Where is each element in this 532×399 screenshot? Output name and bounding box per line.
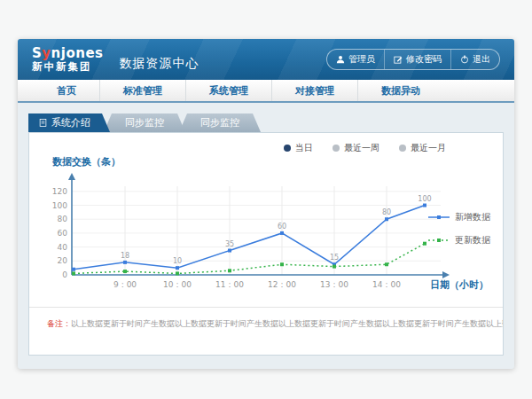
svg-text:12：00: 12：00 xyxy=(268,280,296,289)
svg-text:80: 80 xyxy=(382,208,391,216)
edit-icon xyxy=(394,55,403,64)
user-toolbar: 管理员修改密码退出 xyxy=(326,49,500,70)
svg-text:20: 20 xyxy=(58,256,68,265)
footnote-text: 以上数据更新于时间产生数据以上数据更新于时间产生数据以上数据更新于时间产生数据以… xyxy=(71,319,503,328)
chart-legend: 新增数据更新数据 xyxy=(428,211,490,246)
svg-text:60: 60 xyxy=(58,229,68,238)
svg-text:120: 120 xyxy=(52,187,67,196)
tab-label: 同步监控 xyxy=(125,113,164,132)
gridlines xyxy=(72,186,441,275)
radio-label: 当日 xyxy=(295,142,313,154)
legend-item-1[interactable]: 更新数据 xyxy=(428,234,490,246)
user-icon xyxy=(336,55,345,64)
header-action-label: 修改密码 xyxy=(406,53,442,66)
power-icon xyxy=(460,55,469,64)
svg-text:18: 18 xyxy=(121,252,129,260)
header-action-label: 退出 xyxy=(473,53,490,66)
nav-item-2[interactable]: 系统管理 xyxy=(185,80,271,101)
logo-accent: y xyxy=(42,45,51,61)
footnote: 备注：以上数据更新于时间产生数据以上数据更新于时间产生数据以上数据更新于时间产生… xyxy=(29,307,503,330)
radio-dot xyxy=(332,145,340,152)
svg-text:9：00: 9：00 xyxy=(113,280,137,289)
svg-text:15: 15 xyxy=(330,254,339,262)
svg-text:0: 0 xyxy=(62,270,67,279)
company-logo: Synjones 新中新集团 xyxy=(32,46,104,73)
logo-company-name: 新中新集团 xyxy=(32,61,104,73)
radio-dot xyxy=(399,145,406,152)
tab-label: 系统介绍 xyxy=(51,113,90,132)
radio-time-filter-2[interactable]: 最近一月 xyxy=(399,142,446,154)
main-nav: 首页标准管理系统管理对接管理数据异动 xyxy=(18,80,514,103)
nav-item-4[interactable]: 数据异动 xyxy=(357,80,443,101)
logo-brand-text: Synjones xyxy=(32,46,104,61)
radio-dot xyxy=(284,145,291,152)
svg-text:80: 80 xyxy=(58,215,68,223)
nav-item-1[interactable]: 标准管理 xyxy=(99,80,185,101)
x-axis-tick-labels: 9：0010：0011：0012：0013：0014：00 xyxy=(113,280,401,289)
y-axis-tick-labels: 020406080100120 xyxy=(52,187,67,279)
app-header: Synjones 新中新集团 数据资源中心 管理员修改密码退出 xyxy=(18,39,514,80)
legend-label: 更新数据 xyxy=(455,234,490,246)
radio-label: 最近一月 xyxy=(411,142,446,154)
svg-text:10：00: 10：00 xyxy=(163,280,192,289)
radio-time-filter-0[interactable]: 当日 xyxy=(284,142,313,154)
document-icon xyxy=(39,118,47,128)
footnote-label: 备注： xyxy=(47,319,71,328)
line-chart: 0204060801001209：0010：0011：0012：0013：001… xyxy=(49,170,466,312)
time-filter-group: 当日最近一周最近一月 xyxy=(284,142,446,154)
legend-line-sample xyxy=(428,237,450,244)
tab-bar: 系统介绍同步监控同步监控 xyxy=(28,113,505,132)
tab-label: 同步监控 xyxy=(200,113,239,132)
y-axis-title: 数据交换（条） xyxy=(52,155,121,168)
header-action-user[interactable]: 管理员 xyxy=(327,50,384,69)
legend-item-0[interactable]: 新增数据 xyxy=(428,211,490,223)
svg-text:10: 10 xyxy=(173,257,182,265)
legend-label: 新增数据 xyxy=(455,211,490,223)
nav-item-0[interactable]: 首页 xyxy=(34,80,99,101)
chart-panel: 当日最近一周最近一月 数据交换（条） 0204060801001209：0010… xyxy=(28,132,504,356)
tab-1[interactable]: 同步监控 xyxy=(104,113,185,132)
page-title: 数据资源中心 xyxy=(120,56,200,72)
tab-2[interactable]: 同步监控 xyxy=(179,113,261,132)
svg-text:35: 35 xyxy=(225,240,234,248)
x-axis-title: 日期（小时） xyxy=(430,278,489,292)
header-action-logout[interactable]: 退出 xyxy=(450,50,499,69)
svg-text:13：00: 13：00 xyxy=(320,280,348,289)
content-area: 系统介绍同步监控同步监控 当日最近一周最近一月 数据交换（条） 02040608… xyxy=(18,103,514,367)
radio-time-filter-1[interactable]: 最近一周 xyxy=(332,142,379,154)
radio-label: 最近一周 xyxy=(344,142,379,154)
svg-text:40: 40 xyxy=(58,243,68,252)
header-action-label: 管理员 xyxy=(348,53,375,66)
svg-text:100: 100 xyxy=(52,201,67,210)
app-window: Synjones 新中新集团 数据资源中心 管理员修改密码退出 首页标准管理系统… xyxy=(18,39,514,369)
tab-0[interactable]: 系统介绍 xyxy=(28,113,110,132)
svg-text:60: 60 xyxy=(278,223,286,231)
svg-text:14：00: 14：00 xyxy=(372,280,401,289)
svg-text:11：00: 11：00 xyxy=(215,280,244,289)
nav-item-3[interactable]: 对接管理 xyxy=(271,80,357,101)
svg-text:100: 100 xyxy=(418,195,431,203)
legend-line-sample xyxy=(428,214,450,221)
header-action-change-password[interactable]: 修改密码 xyxy=(384,50,450,69)
